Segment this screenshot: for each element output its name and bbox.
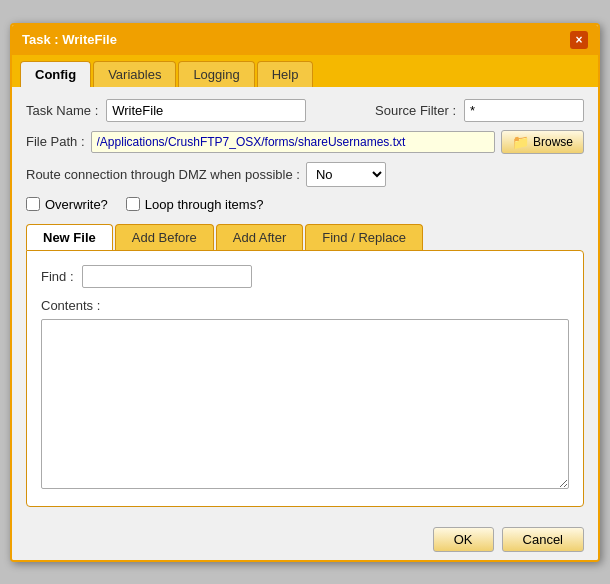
dialog-footer: OK Cancel — [12, 519, 598, 560]
source-filter-label: Source Filter : — [375, 103, 456, 118]
loop-label: Loop through items? — [145, 197, 264, 212]
inner-tab-bar: New File Add Before Add After Find / Rep… — [26, 224, 584, 250]
file-path-row: File Path : 📁 Browse — [26, 130, 584, 154]
inner-tab-add-after[interactable]: Add After — [216, 224, 303, 250]
loop-checkbox-item: Loop through items? — [126, 197, 264, 212]
contents-textarea[interactable] — [41, 319, 569, 489]
source-filter-input[interactable] — [464, 99, 584, 122]
task-name-label: Task Name : — [26, 103, 98, 118]
overwrite-label: Overwrite? — [45, 197, 108, 212]
ok-button[interactable]: OK — [433, 527, 494, 552]
main-content: Task Name : Source Filter : File Path : … — [12, 87, 598, 519]
top-tab-bar: Config Variables Logging Help — [12, 55, 598, 87]
task-name-input[interactable] — [106, 99, 306, 122]
find-label: Find : — [41, 269, 74, 284]
dialog-title: Task : WriteFile — [22, 32, 117, 47]
dmz-row: Route connection through DMZ when possib… — [26, 162, 584, 187]
file-path-label: File Path : — [26, 134, 85, 149]
dialog: Task : WriteFile × Config Variables Logg… — [10, 23, 600, 562]
file-path-input[interactable] — [91, 131, 495, 153]
dmz-label: Route connection through DMZ when possib… — [26, 167, 300, 182]
checkbox-row: Overwrite? Loop through items? — [26, 197, 584, 212]
dmz-select[interactable]: No Yes — [306, 162, 386, 187]
loop-checkbox[interactable] — [126, 197, 140, 211]
browse-button[interactable]: 📁 Browse — [501, 130, 584, 154]
tab-logging[interactable]: Logging — [178, 61, 254, 87]
overwrite-checkbox[interactable] — [26, 197, 40, 211]
overwrite-checkbox-item: Overwrite? — [26, 197, 108, 212]
inner-tab-new-file[interactable]: New File — [26, 224, 113, 250]
tab-help[interactable]: Help — [257, 61, 314, 87]
folder-icon: 📁 — [512, 134, 529, 150]
title-bar: Task : WriteFile × — [12, 25, 598, 55]
find-row: Find : — [41, 265, 569, 288]
task-name-row: Task Name : Source Filter : — [26, 99, 584, 122]
inner-tab-find-replace[interactable]: Find / Replace — [305, 224, 423, 250]
close-button[interactable]: × — [570, 31, 588, 49]
cancel-button[interactable]: Cancel — [502, 527, 584, 552]
inner-tab-add-before[interactable]: Add Before — [115, 224, 214, 250]
contents-label: Contents : — [41, 298, 569, 313]
inner-content-panel: Find : Contents : — [26, 250, 584, 507]
tab-config[interactable]: Config — [20, 61, 91, 87]
find-input[interactable] — [82, 265, 252, 288]
tab-variables[interactable]: Variables — [93, 61, 176, 87]
